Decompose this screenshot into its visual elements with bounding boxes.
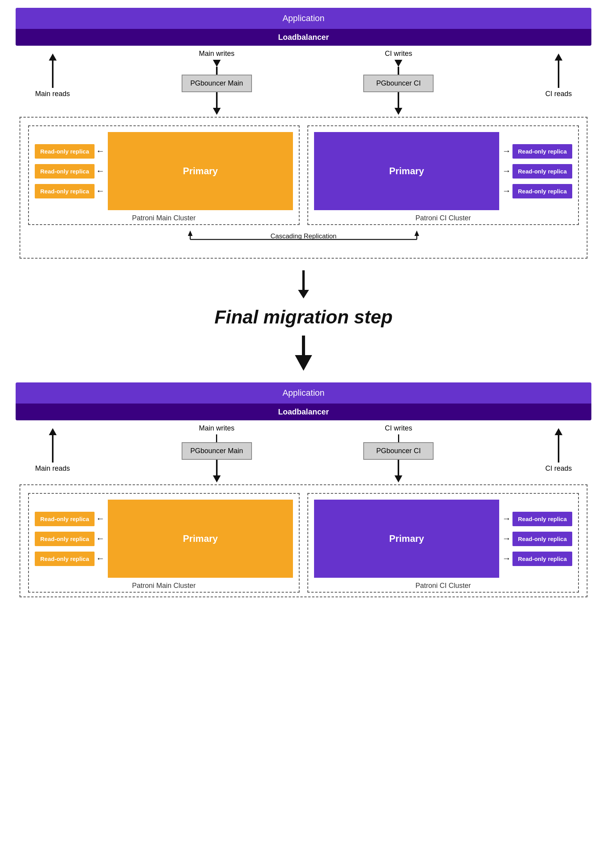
ci-replica-2-bottom: Read-only replica [512,532,572,546]
ci-reads-label-bottom: CI reads [545,464,572,473]
ci-primary-top: Primary [314,132,499,210]
arrow-right-1-bottom: → [502,514,511,524]
ci-right-replicas-bottom: → Read-only replica → Read-only replica … [502,500,572,578]
arrow-shaft-main-reads-bottom [52,435,54,463]
arrow-left-1-top: ← [96,146,105,156]
shaft-above-pgb-main-bottom [216,434,217,442]
pgbouncer-ci-col-bottom: CI writes PGbouncer CI [363,424,434,482]
arrow-left-3-bottom: ← [96,554,105,564]
arrowhead-down-main-bottom [213,475,221,482]
arrowhead-down-ci-bottom [395,475,402,482]
arrowhead-down-icon-main2 [213,108,221,115]
shaft-above-pgb-ci-bottom [398,434,399,442]
arrowhead-up-ci-icon [555,54,562,61]
arrow-shaft-ci [398,67,399,75]
main-replica-3-bottom: Read-only replica [35,552,95,566]
arrow-right-3-top: → [502,186,511,196]
ci-writes-label-top: CI writes [385,50,412,58]
two-clusters-top: Read-only replica ← Read-only replica ← … [28,125,579,225]
ci-replica-row-1-bottom: → Read-only replica [502,512,572,526]
main-cluster-content-top: Read-only replica ← Read-only replica ← … [35,132,293,210]
bottom-lb-bar: Loadbalancer [16,404,591,420]
pgbouncer-main-box-top: PGbouncer Main [182,75,252,92]
arrow-right-1-top: → [502,146,511,156]
arrowhead-up-ci-bottom-icon [555,428,562,435]
pgbouncer-ci-box-top: PGbouncer CI [363,75,434,92]
main-replica-row-2-bottom: Read-only replica ← [35,532,105,546]
main-replica-row-3-bottom: Read-only replica ← [35,552,105,566]
ci-cluster-top: Primary → Read-only replica → Read-only … [307,125,579,225]
main-cluster-bottom: Read-only replica ← Read-only replica ← … [28,493,300,593]
main-replica-row-1-top: Read-only replica ← [35,144,105,159]
ci-cluster-label-top: Patroni CI Cluster [314,214,572,222]
bottom-diagram: Application Loadbalancer Main reads Main… [16,382,591,597]
ci-cluster-label-bottom: Patroni CI Cluster [314,582,572,590]
migration-section: Final migration step [16,259,591,375]
ci-primary-bottom: Primary [314,500,499,578]
main-reads-label-top: Main reads [35,90,70,98]
ci-replica-3-bottom: Read-only replica [512,552,572,566]
migration-text: Final migration step [16,306,591,328]
ci-cluster-content-top: Primary → Read-only replica → Read-only … [314,132,572,210]
main-replica-row-2-top: Read-only replica ← [35,164,105,179]
main-primary-top: Primary [108,132,293,210]
arrowhead-up-icon [49,54,57,61]
ci-reads-arrow-bottom: CI reads [545,428,572,473]
main-reads-label-bottom: Main reads [35,464,70,473]
migration-arrowhead-top [298,290,309,298]
main-cluster-label-top: Patroni Main Cluster [35,214,293,222]
arrow-right-3-bottom: → [502,554,511,564]
arrow-shaft [52,61,54,88]
arrow-shaft-ci-bottom2 [398,460,399,475]
ci-replica-row-3-bottom: → Read-only replica [502,552,572,566]
pgbouncer-main-col-top: Main writes PGbouncer Main [182,50,252,115]
ci-reads-arrow-top: CI reads [545,54,572,98]
ci-writes-label-bottom: CI writes [385,424,412,432]
svg-marker-5 [414,230,419,236]
arrow-left-2-bottom: ← [96,534,105,544]
main-left-replicas-top: Read-only replica ← Read-only replica ← … [35,132,105,210]
arrow-right-2-bottom: → [502,534,511,544]
arrowhead-down-icon-ci2 [395,108,402,115]
arrow-shaft-main2 [216,92,218,108]
ci-replica-2-top: Read-only replica [512,164,572,179]
arrowhead-down-icon-main [213,60,221,67]
main-cluster-label-bottom: Patroni Main Cluster [35,582,293,590]
main-writes-label-bottom: Main writes [199,424,234,432]
main-cluster-top: Read-only replica ← Read-only replica ← … [28,125,300,225]
ci-cluster-content-bottom: Primary → Read-only replica → Read-only … [314,500,572,578]
svg-marker-2 [188,230,193,236]
main-primary-bottom: Primary [108,500,293,578]
cascade-svg-top: Cascading Replication [167,230,440,249]
pgbouncer-main-box-bottom: PGbouncer Main [182,442,252,460]
arrow-shaft-main [216,67,218,75]
main-reads-arrow-top: Main reads [35,54,70,98]
main-replica-row-3-top: Read-only replica ← [35,184,105,198]
top-lb-bar: Loadbalancer [16,29,591,46]
arrow-shaft-ci-reads-bottom [558,435,559,463]
ci-right-replicas-top: → Read-only replica → Read-only replica … [502,132,572,210]
outer-dashed-top: Read-only replica ← Read-only replica ← … [20,117,587,259]
arrow-left-1-bottom: ← [96,514,105,524]
two-clusters-bottom: Read-only replica ← Read-only replica ← … [28,493,579,593]
main-replica-3-top: Read-only replica [35,184,95,198]
ci-replica-1-top: Read-only replica [512,144,572,159]
arrow-right-2-top: → [502,166,511,176]
ci-replica-3-top: Read-only replica [512,184,572,198]
top-diagram: Application Loadbalancer Main reads Main… [16,8,591,259]
migration-arrow-down-large [16,336,591,371]
migration-big-shaft [302,336,305,355]
main-left-replicas-bottom: Read-only replica ← Read-only replica ← … [35,500,105,578]
arrow-shaft-ci2 [398,92,399,108]
top-app-bar: Application [16,8,591,29]
ci-replica-row-1-top: → Read-only replica [502,144,572,159]
bottom-app-bar: Application [16,382,591,404]
migration-big-arrowhead [295,355,312,371]
arrow-left-2-top: ← [96,166,105,176]
ci-replica-row-2-top: → Read-only replica [502,164,572,179]
main-replica-2-bottom: Read-only replica [35,532,95,546]
main-replica-row-1-bottom: Read-only replica ← [35,512,105,526]
pgbouncer-main-col-bottom: Main writes PGbouncer Main [182,424,252,482]
migration-shaft-top [302,270,305,290]
cascading-row-top: Cascading Replication [28,225,579,254]
